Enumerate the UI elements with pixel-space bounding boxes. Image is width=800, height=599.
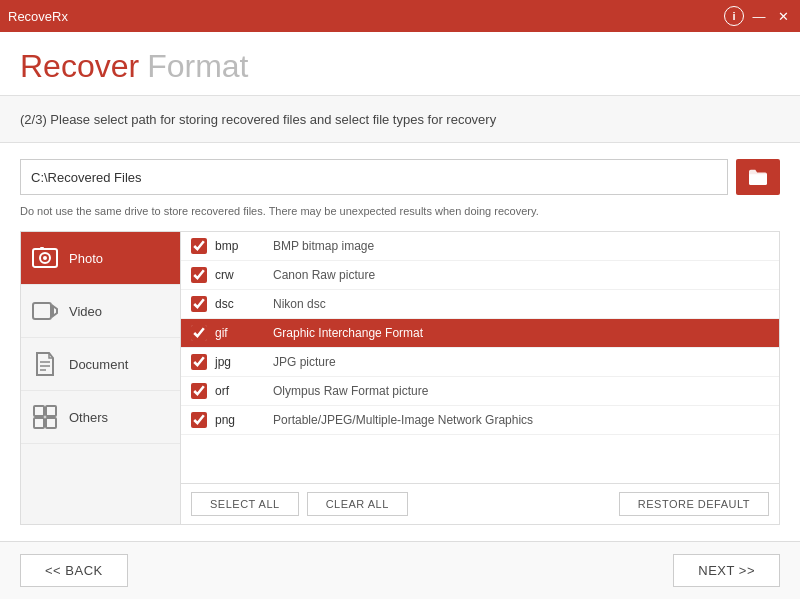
file-checkbox-jpg[interactable]	[191, 354, 207, 370]
format-title: Format	[147, 48, 248, 85]
category-photo[interactable]: Photo	[21, 232, 180, 285]
folder-icon	[747, 168, 769, 186]
info-button[interactable]: i	[724, 6, 744, 26]
file-ext: png	[215, 413, 265, 427]
category-others[interactable]: Others	[21, 391, 180, 444]
svg-rect-9	[34, 406, 44, 416]
path-input[interactable]	[20, 159, 728, 195]
photo-icon	[31, 244, 59, 272]
title-bar-controls: i — ✕	[724, 6, 792, 26]
app-header: Recover Format	[0, 32, 800, 95]
browse-folder-button[interactable]	[736, 159, 780, 195]
svg-point-2	[43, 256, 47, 260]
category-panel: Photo Video	[21, 232, 181, 524]
table-row: gifGraphic Interchange Format	[181, 319, 779, 348]
table-row: orfOlympus Raw Format picture	[181, 377, 779, 406]
svg-rect-10	[46, 406, 56, 416]
file-checkbox-dsc[interactable]	[191, 296, 207, 312]
step-section: (2/3) Please select path for storing rec…	[0, 95, 800, 143]
svg-rect-4	[33, 303, 51, 319]
table-row: bmpBMP bitmap image	[181, 232, 779, 261]
others-icon-svg	[31, 403, 59, 431]
table-row: pngPortable/JPEG/Multiple-Image Network …	[181, 406, 779, 435]
file-checkbox-gif[interactable]	[191, 325, 207, 341]
svg-rect-12	[46, 418, 56, 428]
file-desc: Nikon dsc	[273, 297, 769, 311]
svg-rect-11	[34, 418, 44, 428]
file-ext: dsc	[215, 297, 265, 311]
clear-all-button[interactable]: CLEAR ALL	[307, 492, 408, 516]
svg-rect-3	[40, 247, 44, 250]
step-text: (2/3) Please select path for storing rec…	[20, 112, 496, 127]
document-icon	[31, 350, 59, 378]
file-ext: jpg	[215, 355, 265, 369]
category-document-label: Document	[69, 357, 128, 372]
file-desc: Canon Raw picture	[273, 268, 769, 282]
next-button[interactable]: NEXT >>	[673, 554, 780, 587]
close-button[interactable]: ✕	[774, 7, 792, 25]
minimize-button[interactable]: —	[750, 7, 768, 25]
table-row: jpgJPG picture	[181, 348, 779, 377]
category-video[interactable]: Video	[21, 285, 180, 338]
bottom-nav: << BACK NEXT >>	[0, 541, 800, 599]
category-others-label: Others	[69, 410, 108, 425]
file-ext: gif	[215, 326, 265, 340]
title-bar: RecoveRx i — ✕	[0, 0, 800, 32]
file-checkbox-orf[interactable]	[191, 383, 207, 399]
path-row	[20, 159, 780, 195]
file-desc: Portable/JPEG/Multiple-Image Network Gra…	[273, 413, 769, 427]
file-desc: JPG picture	[273, 355, 769, 369]
file-ext: bmp	[215, 239, 265, 253]
warning-text: Do not use the same drive to store recov…	[20, 205, 780, 217]
select-all-button[interactable]: SELECT ALL	[191, 492, 299, 516]
category-photo-label: Photo	[69, 251, 103, 266]
restore-default-button[interactable]: RESTORE DEFAULT	[619, 492, 769, 516]
main-content: Recover Format (2/3) Please select path …	[0, 32, 800, 599]
content-area: Do not use the same drive to store recov…	[0, 143, 800, 541]
file-ext: orf	[215, 384, 265, 398]
photo-icon-svg	[31, 244, 59, 272]
file-list-panel: bmpBMP bitmap imagecrwCanon Raw pictured…	[181, 232, 779, 524]
category-document[interactable]: Document	[21, 338, 180, 391]
file-checkbox-png[interactable]	[191, 412, 207, 428]
file-type-container: Photo Video	[20, 231, 780, 525]
recover-title: Recover	[20, 48, 139, 85]
table-row: crwCanon Raw picture	[181, 261, 779, 290]
back-button[interactable]: << BACK	[20, 554, 128, 587]
svg-marker-5	[53, 306, 57, 316]
file-ext: crw	[215, 268, 265, 282]
video-icon-svg	[31, 297, 59, 325]
document-icon-svg	[31, 350, 59, 378]
file-list-scroll[interactable]: bmpBMP bitmap imagecrwCanon Raw pictured…	[181, 232, 779, 483]
file-list-buttons: SELECT ALL CLEAR ALL RESTORE DEFAULT	[181, 483, 779, 524]
file-checkbox-bmp[interactable]	[191, 238, 207, 254]
table-row: dscNikon dsc	[181, 290, 779, 319]
file-desc: Graphic Interchange Format	[273, 326, 769, 340]
video-icon	[31, 297, 59, 325]
others-icon	[31, 403, 59, 431]
file-desc: Olympus Raw Format picture	[273, 384, 769, 398]
category-video-label: Video	[69, 304, 102, 319]
app-title: RecoveRx	[8, 9, 724, 24]
file-desc: BMP bitmap image	[273, 239, 769, 253]
file-checkbox-crw[interactable]	[191, 267, 207, 283]
